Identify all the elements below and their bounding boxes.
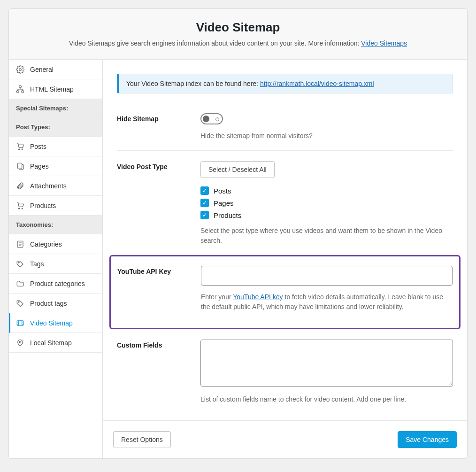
checkbox-checked-icon: ✓ — [200, 186, 209, 195]
checkbox-pages[interactable]: ✓ Pages — [200, 199, 453, 207]
sitemap-index-notice: Your Video Sitemap index can be found he… — [117, 74, 453, 93]
checkbox-checked-icon: ✓ — [200, 211, 209, 219]
row-custom-fields: Custom Fields List of custom fields name… — [117, 333, 453, 411]
page-title: Video Sitemap — [23, 20, 453, 35]
sidebar-item-label: Pages — [30, 162, 95, 170]
field-label: YouTube API Key — [117, 266, 201, 275]
sidebar-item-label: Products — [30, 202, 95, 209]
sitemap-index-link[interactable]: http://rankmath.local/video-sitemap.xml — [260, 80, 374, 87]
svg-rect-12 — [17, 320, 23, 325]
checkbox-products[interactable]: ✓ Products — [200, 211, 453, 219]
post-type-checklist: ✓ Posts ✓ Pages ✓ Products — [200, 186, 453, 219]
sidebar-item-products[interactable]: Products — [9, 196, 102, 216]
sidebar-heading-label: Taxonomies: — [16, 221, 95, 228]
sidebar-item-tags[interactable]: Tags — [9, 254, 102, 274]
list-icon — [16, 240, 24, 248]
page-description: Video Sitemaps give search engines infor… — [23, 39, 453, 47]
svg-point-11 — [18, 301, 19, 302]
reset-options-button[interactable]: Reset Options — [113, 431, 171, 448]
panel-header: Video Sitemap Video Sitemaps give search… — [9, 9, 467, 60]
sidebar-heading-label: Post Types: — [16, 124, 95, 131]
svg-rect-6 — [18, 163, 22, 169]
sidebar-item-html-sitemap[interactable]: HTML Sitemap — [9, 79, 102, 99]
svg-point-10 — [18, 262, 19, 263]
youtube-api-key-link[interactable]: YouTube API key — [233, 293, 283, 301]
tag-icon — [16, 299, 24, 308]
select-deselect-all-button[interactable]: Select / Deselect All — [200, 161, 275, 178]
gear-icon — [16, 65, 24, 74]
sidebar-item-label: Tags — [30, 260, 95, 268]
cart-icon — [16, 142, 24, 151]
tag-icon — [16, 260, 24, 268]
checkbox-label: Pages — [214, 199, 234, 207]
field-help: List of custom fields name to check for … — [200, 395, 453, 404]
custom-fields-textarea[interactable] — [200, 340, 453, 387]
svg-rect-1 — [19, 85, 22, 87]
sidebar-item-label: HTML Sitemap — [30, 85, 95, 93]
svg-rect-2 — [17, 91, 19, 93]
row-hide-sitemap: Hide Sitemap Hide the sitemap from norma… — [117, 107, 453, 147]
divider — [117, 150, 453, 151]
sidebar-item-label: General — [30, 66, 95, 73]
sidebar-item-label: Attachments — [30, 182, 95, 190]
sidebar: General HTML Sitemap Special Sitemaps: P… — [9, 60, 103, 458]
field-help: Select the post type where you use video… — [200, 226, 453, 246]
svg-point-13 — [19, 341, 21, 343]
youtube-api-key-input[interactable] — [201, 266, 453, 286]
sidebar-item-local-sitemap[interactable]: Local Sitemap — [9, 333, 102, 353]
panel-body: General HTML Sitemap Special Sitemaps: P… — [9, 60, 467, 458]
sidebar-item-product-categories[interactable]: Product categories — [9, 274, 102, 294]
svg-point-8 — [22, 208, 23, 209]
sidebar-item-general[interactable]: General — [9, 60, 102, 79]
sitemap-icon — [16, 85, 24, 93]
content-area: Your Video Sitemap index can be found he… — [103, 60, 467, 458]
checkbox-label: Products — [214, 211, 241, 219]
sidebar-item-video-sitemap[interactable]: Video Sitemap — [9, 313, 102, 333]
checkbox-checked-icon: ✓ — [200, 199, 209, 207]
cart-icon — [16, 201, 24, 210]
field-label: Video Post Type — [117, 161, 200, 170]
sidebar-item-label: Posts — [30, 143, 95, 150]
sidebar-item-label: Product categories — [30, 280, 95, 287]
field-help: Hide the sitemap from normal visitors? — [200, 131, 453, 141]
svg-point-4 — [19, 148, 20, 149]
hide-sitemap-toggle[interactable] — [200, 113, 223, 124]
page-icon — [16, 162, 24, 170]
pin-icon — [16, 339, 24, 347]
panel-footer: Reset Options Save Changes — [103, 420, 467, 458]
save-changes-button[interactable]: Save Changes — [398, 431, 457, 448]
sidebar-item-categories[interactable]: Categories — [9, 234, 102, 254]
sidebar-heading-taxonomies: Taxonomies: — [9, 216, 102, 234]
row-youtube-api-key: YouTube API Key Enter your YouTube API k… — [117, 263, 453, 318]
youtube-api-highlight: YouTube API Key Enter your YouTube API k… — [109, 255, 461, 329]
field-help: Enter your YouTube API key to fetch vide… — [201, 292, 453, 312]
settings-panel: Video Sitemap Video Sitemaps give search… — [8, 8, 468, 459]
sidebar-item-label: Video Sitemap — [30, 319, 95, 327]
sidebar-heading-post-types: Post Types: — [9, 118, 102, 137]
field-label: Hide Sitemap — [117, 113, 200, 123]
sidebar-item-posts[interactable]: Posts — [9, 137, 102, 156]
svg-point-0 — [19, 68, 22, 70]
svg-point-5 — [22, 148, 23, 149]
sidebar-heading-label: Special Sitemaps: — [16, 105, 95, 112]
more-info-link[interactable]: Video Sitemaps — [361, 39, 407, 47]
folder-icon — [16, 279, 24, 288]
svg-rect-3 — [22, 91, 24, 93]
sidebar-item-attachments[interactable]: Attachments — [9, 176, 102, 196]
sidebar-item-label: Product tags — [30, 300, 95, 307]
checkbox-posts[interactable]: ✓ Posts — [200, 186, 453, 195]
sidebar-item-pages[interactable]: Pages — [9, 156, 102, 176]
sidebar-heading-special: Special Sitemaps: — [9, 99, 102, 118]
field-label: Custom Fields — [117, 340, 200, 349]
sidebar-item-label: Local Sitemap — [30, 339, 95, 347]
attachment-icon — [16, 182, 24, 190]
svg-point-7 — [19, 208, 20, 209]
sidebar-item-product-tags[interactable]: Product tags — [9, 294, 102, 313]
video-icon — [16, 319, 24, 327]
sidebar-item-label: Categories — [30, 240, 95, 248]
row-video-post-type: Video Post Type Select / Deselect All ✓ … — [117, 155, 453, 252]
checkbox-label: Posts — [214, 187, 231, 195]
